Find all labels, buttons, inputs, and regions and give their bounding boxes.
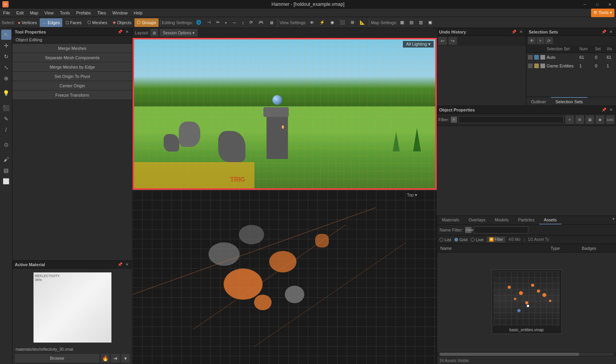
fill-tool[interactable]: ▤: [1, 165, 11, 175]
view-btn1[interactable]: 👁: [307, 18, 316, 27]
materials-tab[interactable]: Materials: [437, 216, 464, 224]
active-mat-close[interactable]: ✕: [124, 262, 130, 267]
vertices-button[interactable]: ● Vertices: [16, 18, 39, 27]
live-option[interactable]: Live: [471, 237, 484, 242]
filter-list-btn[interactable]: ≡: [565, 115, 574, 124]
3d-viewport[interactable]: TRIG All Lighting ▾: [132, 38, 437, 190]
menu-map[interactable]: Map: [27, 9, 41, 17]
sel-add-button[interactable]: +: [537, 37, 544, 44]
menu-tiles[interactable]: Tiles: [94, 9, 109, 17]
map-btn3[interactable]: ▥: [417, 18, 425, 27]
edit-settings-btn6[interactable]: ↕: [240, 18, 247, 27]
grid-view-option[interactable]: Grid: [454, 237, 468, 242]
pencil-tool[interactable]: ✎: [1, 114, 11, 124]
sel-set-row-auto[interactable]: Auto 61 0 61: [526, 53, 616, 62]
particles-tab[interactable]: Particles: [514, 216, 539, 224]
freeze-transform-button[interactable]: Freeze Transform: [12, 90, 132, 100]
list-view-option[interactable]: List: [439, 237, 451, 242]
menu-window[interactable]: Window: [109, 9, 131, 17]
menu-file[interactable]: File: [0, 9, 13, 17]
panel-pin-button[interactable]: 📌: [117, 29, 123, 35]
undo-pin-button[interactable]: 📌: [511, 29, 517, 35]
models-tab[interactable]: Models: [490, 216, 513, 224]
active-mat-pin[interactable]: 📌: [117, 262, 123, 267]
undo-forward-button[interactable]: ↪: [448, 37, 457, 45]
obj-props-pin[interactable]: 📌: [601, 107, 607, 113]
all-lighting-button[interactable]: All Lighting ▾: [403, 41, 434, 48]
tools-dropdown[interactable]: ⚙ Tools ▾: [591, 9, 614, 17]
undo-back-button[interactable]: ↩: [438, 37, 447, 45]
edit-settings-btn1[interactable]: 🌐: [194, 18, 204, 27]
separate-mesh-button[interactable]: Separate Mesh Components: [12, 53, 132, 62]
view-btn6[interactable]: 📐: [357, 18, 367, 27]
assets-tab[interactable]: Assets: [539, 216, 561, 224]
edit-settings-btn8[interactable]: 🎮: [256, 18, 266, 27]
asset-card-basic-entities[interactable]: basic_entities.vmap: [492, 270, 562, 334]
sel-eye-button[interactable]: 👁: [528, 37, 536, 44]
view-btn5[interactable]: ⊞: [348, 18, 357, 27]
map-btn2[interactable]: ▤: [407, 18, 416, 27]
close-button[interactable]: ✕: [604, 0, 616, 9]
merge-meshes-edge-button[interactable]: Merge Meshes by Edge: [12, 62, 132, 72]
browse-material-button[interactable]: Browse: [15, 354, 99, 362]
asset-browser-expand[interactable]: ▾: [611, 216, 616, 221]
texture-tool[interactable]: ⬜: [1, 176, 11, 186]
menu-prefabs[interactable]: Prefabs: [73, 9, 94, 17]
material-pick-button[interactable]: 🔥: [101, 354, 109, 362]
view-btn3[interactable]: ◉: [328, 18, 337, 27]
set-origin-button[interactable]: Set Origin To Pivot: [12, 72, 132, 81]
filter-input[interactable]: [459, 116, 564, 123]
minimize-button[interactable]: ─: [579, 0, 591, 9]
meshes-button[interactable]: ⬡ Meshes: [85, 18, 110, 27]
groups-button[interactable]: ⬡ Groups: [134, 18, 158, 27]
merge-meshes-button[interactable]: Merge Meshes: [12, 44, 132, 53]
edges-button[interactable]: — Edges: [40, 18, 62, 27]
undo-close-button[interactable]: ✕: [518, 29, 524, 35]
map-btn1[interactable]: ▦: [398, 18, 406, 27]
asset-filter-button[interactable]: 🔽 Filter: [487, 237, 505, 242]
top-viewport-label[interactable]: Top ▾: [407, 193, 417, 198]
unknown-tool1[interactable]: ⊕: [1, 73, 11, 83]
unknown-tool2[interactable]: /: [1, 125, 11, 135]
move-tool[interactable]: ✛: [1, 41, 11, 51]
objects-button[interactable]: ◈ Objects: [110, 18, 134, 27]
overlays-tab[interactable]: Overlays: [464, 216, 490, 224]
paint-tool[interactable]: 🖌: [1, 154, 11, 164]
col-name[interactable]: Name: [440, 246, 551, 251]
edit-settings-btn9[interactable]: 🖥: [267, 18, 276, 27]
menu-help[interactable]: Help: [131, 9, 146, 17]
session-options-button[interactable]: Session Options ▾: [160, 29, 198, 37]
asset-clear-button[interactable]: Clear: [465, 227, 471, 233]
sel-sets-pin[interactable]: 📌: [601, 29, 607, 35]
select-tool[interactable]: ↖: [1, 30, 11, 40]
center-origin-button[interactable]: Center Origin: [12, 81, 132, 90]
menu-tools[interactable]: Tools: [57, 9, 73, 17]
map-btn4[interactable]: ▣: [426, 18, 434, 27]
top-viewport[interactable]: Top ▾: [132, 190, 437, 364]
maximize-button[interactable]: □: [591, 0, 604, 9]
faces-button[interactable]: ◻ Faces: [63, 18, 84, 27]
row-eye-2[interactable]: [528, 64, 533, 68]
col-type[interactable]: Type: [551, 246, 582, 251]
edit-settings-btn5[interactable]: ↔: [230, 18, 239, 27]
row-eye-1[interactable]: [528, 55, 533, 60]
obj-props-close[interactable]: ✕: [608, 107, 614, 113]
material-dropdown-button[interactable]: ▾: [121, 354, 130, 362]
outliner-tab[interactable]: Outliner: [526, 97, 551, 106]
layout-grid-button[interactable]: ⊞: [150, 29, 158, 37]
scale-tool[interactable]: ⤡: [1, 62, 11, 72]
view-btn2[interactable]: ⚡: [317, 18, 327, 27]
sel-set-row-entities[interactable]: Game Entities 1 0 1: [526, 62, 616, 70]
filter-code-btn[interactable]: 1001: [606, 115, 614, 124]
row-color-1[interactable]: [534, 55, 539, 60]
camera-tool[interactable]: ⊙: [1, 140, 11, 150]
view-btn4[interactable]: ⬛: [337, 18, 348, 27]
asset-name-filter-input[interactable]: [474, 226, 528, 233]
filter-extra-btn[interactable]: ◉: [596, 115, 604, 124]
edit-settings-btn7[interactable]: ⟳: [247, 18, 255, 27]
cube-tool[interactable]: ⬛: [1, 103, 11, 113]
edit-settings-btn3[interactable]: ✏: [214, 18, 222, 27]
sel-sets-close[interactable]: ✕: [608, 29, 614, 35]
menu-edit[interactable]: Edit: [13, 9, 27, 17]
rotate-tool[interactable]: ↻: [1, 51, 11, 62]
